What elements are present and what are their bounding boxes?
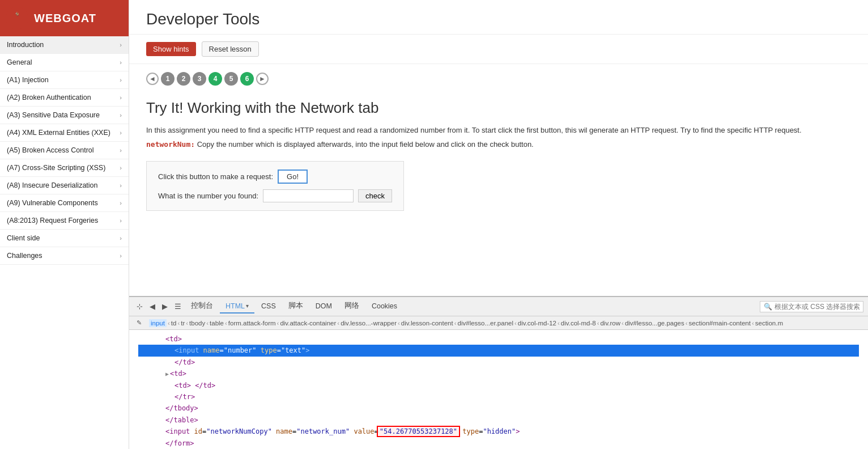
sidebar-item-challenges[interactable]: Challenges › — [0, 247, 129, 265]
breadcrumb-section-main[interactable]: section#main-content — [689, 320, 751, 327]
page-dot-3[interactable]: 3 — [193, 72, 206, 86]
page-dot-1[interactable]: 1 — [161, 72, 175, 86]
page-header: Developer Tools — [129, 0, 868, 35]
devtools-toolbar: ⊹ ◀ ▶ ☰ 控制台 HTML ▾ CSS 脚本 DOM 网络 Cookies… — [129, 297, 868, 316]
breadcrumb-div-lesson-content[interactable]: div.lesson-content — [401, 320, 453, 327]
devtools-tab-html[interactable]: HTML ▾ — [220, 300, 254, 314]
chevron-right-icon: › — [120, 182, 122, 189]
webgoat-logo-icon: 🐐 — [6, 7, 28, 29]
page-dot-5[interactable]: 5 — [224, 72, 238, 86]
lesson-body: Try It! Working with the Network tab In … — [129, 94, 868, 296]
breadcrumb-div-col-md-8[interactable]: div.col-md-8 — [561, 320, 596, 327]
html-line-input-highlighted[interactable]: <input name="number" type="text"> — [138, 345, 859, 356]
devtools-search-input[interactable] — [775, 303, 860, 311]
devtools-forward-button[interactable]: ▶ — [159, 301, 171, 312]
sidebar-item-a4[interactable]: (A4) XML External Entities (XXE) › — [0, 124, 129, 142]
breadcrumb-div-attack[interactable]: div.attack-container — [280, 320, 336, 327]
sidebar-item-label: (A9) Vulnerable Components — [7, 199, 98, 207]
chevron-right-icon: › — [120, 77, 122, 83]
devtools-tab-console[interactable]: 控制台 — [185, 299, 219, 314]
sidebar-item-client-side[interactable]: Client side › — [0, 230, 129, 247]
sidebar-item-a1[interactable]: (A1) Injection › — [0, 71, 129, 89]
html-line-table-close: </table> — [138, 414, 859, 426]
page-title: Developer Tools — [146, 10, 851, 28]
devtools-tab-dom[interactable]: DOM — [310, 300, 338, 314]
sidebar-header: 🐐 WEBGOAT — [0, 0, 129, 36]
devtools-panel: ⊹ ◀ ▶ ☰ 控制台 HTML ▾ CSS 脚本 DOM 网络 Cookies… — [129, 296, 868, 449]
sidebar-item-label: (A8) Insecure Deserialization — [7, 181, 98, 189]
sidebar-item-label: General — [7, 58, 32, 66]
devtools-cursor-icon[interactable]: ⊹ — [134, 301, 146, 312]
sidebar-item-label: (A4) XML External Entities (XXE) — [7, 129, 110, 137]
sidebar-item-a7[interactable]: (A7) Cross-Site Scripting (XSS) › — [0, 159, 129, 177]
show-hints-button[interactable]: Show hints — [146, 42, 196, 56]
devtools-list-icon[interactable]: ☰ — [172, 301, 184, 312]
html-line-form-close: </form> — [138, 438, 859, 449]
sidebar-item-label: (A7) Cross-Site Scripting (XSS) — [7, 164, 105, 172]
lesson-description-1: In this assignment you need to find a sp… — [146, 125, 851, 137]
page-dot-6[interactable]: 6 — [240, 72, 254, 86]
reset-lesson-button[interactable]: Reset lesson — [202, 41, 259, 57]
breadcrumb-tbody[interactable]: tbody — [189, 320, 205, 327]
chevron-right-icon: › — [120, 252, 122, 259]
sidebar-item-label: (A3) Sensitive Data Exposure — [7, 111, 100, 119]
breadcrumb-div-col-md-12[interactable]: div.col-md-12 — [518, 320, 556, 327]
edit-icon[interactable]: ✎ — [134, 318, 144, 328]
sidebar-item-a9[interactable]: (A9) Vulnerable Components › — [0, 194, 129, 212]
sidebar-item-a2[interactable]: (A2) Broken Authentication › — [0, 89, 129, 107]
chevron-right-icon: › — [120, 129, 122, 136]
devtools-search-box[interactable]: 🔍 — [760, 301, 863, 312]
devtools-tab-cookies[interactable]: Cookies — [366, 300, 403, 314]
sidebar-item-general[interactable]: General › — [0, 54, 129, 71]
toolbar: Show hints Reset lesson — [129, 35, 868, 64]
page-dot-4[interactable]: 4 — [209, 72, 222, 86]
devtools-tab-script[interactable]: 脚本 — [283, 299, 309, 314]
svg-point-0 — [6, 7, 28, 29]
svg-text:🐐: 🐐 — [15, 11, 20, 16]
chevron-right-icon: › — [120, 41, 122, 48]
html-line-tbody-close: </tbody> — [138, 403, 859, 414]
page-next-arrow[interactable]: ► — [256, 73, 269, 85]
breadcrumb-div-panel[interactable]: div#lesso...er.panel — [458, 320, 513, 327]
chevron-right-icon: › — [120, 147, 122, 154]
devtools-tab-network[interactable]: 网络 — [339, 299, 365, 314]
breadcrumb-div-pages[interactable]: div#lesso...ge.pages — [625, 320, 684, 327]
sidebar-item-a3[interactable]: (A3) Sensitive Data Exposure › — [0, 107, 129, 124]
exercise-row-go: Click this button to make a request: Go! — [158, 170, 392, 184]
breadcrumb-section-m[interactable]: section.m — [755, 320, 783, 327]
breadcrumb-div-lesso-wrapper[interactable]: div.lesso...-wrapper — [341, 320, 397, 327]
lesson-desc-suffix: Copy the number which is displayed after… — [197, 140, 534, 149]
breadcrumb-tr[interactable]: tr — [181, 320, 185, 327]
lesson-title: Try It! Working with the Network tab — [146, 99, 851, 117]
sidebar-logo-text: WEBGOAT — [34, 12, 96, 25]
breadcrumb-form[interactable]: form.attack-form — [228, 320, 276, 327]
exercise-box: Click this button to make a request: Go!… — [146, 161, 404, 211]
go-button[interactable]: Go! — [278, 170, 308, 184]
page-prev-arrow[interactable]: ◄ — [146, 73, 159, 85]
page-dot-2[interactable]: 2 — [177, 72, 190, 86]
sidebar-item-label: (A1) Injection — [7, 76, 49, 84]
breadcrumb-div-row[interactable]: div.row — [600, 320, 620, 327]
html-source: <td> <input name="number" type="text"> <… — [129, 330, 868, 449]
html-line-td-open: <td> — [138, 333, 859, 345]
html-line-input-network[interactable]: <input id="networkNumCopy" name="network… — [138, 426, 859, 437]
exercise-row-check: What is the number you found: check — [158, 189, 392, 202]
chevron-right-icon: › — [120, 94, 122, 101]
number-input[interactable] — [263, 189, 354, 202]
chevron-right-icon: › — [120, 217, 122, 224]
sidebar-item-label: Introduction — [7, 41, 44, 49]
sidebar-item-a5[interactable]: (A5) Broken Access Control › — [0, 142, 129, 159]
sidebar-item-label: (A8:2013) Request Forgeries — [7, 217, 98, 224]
check-button[interactable]: check — [358, 189, 392, 202]
html-line-td-close: </td> — [138, 357, 859, 368]
breadcrumb-input[interactable]: input — [149, 319, 167, 327]
breadcrumb-td[interactable]: td — [171, 320, 177, 327]
devtools-tab-css[interactable]: CSS — [256, 300, 282, 314]
sidebar-item-a8[interactable]: (A8) Insecure Deserialization › — [0, 177, 129, 194]
sidebar-item-a8-2013[interactable]: (A8:2013) Request Forgeries › — [0, 212, 129, 230]
sidebar-item-introduction[interactable]: Introduction › — [0, 36, 129, 54]
breadcrumb-table[interactable]: table — [210, 320, 224, 327]
devtools-back-button[interactable]: ◀ — [147, 301, 158, 312]
sidebar-item-label: Client side — [7, 234, 40, 242]
sidebar-item-label: Challenges — [7, 252, 42, 260]
